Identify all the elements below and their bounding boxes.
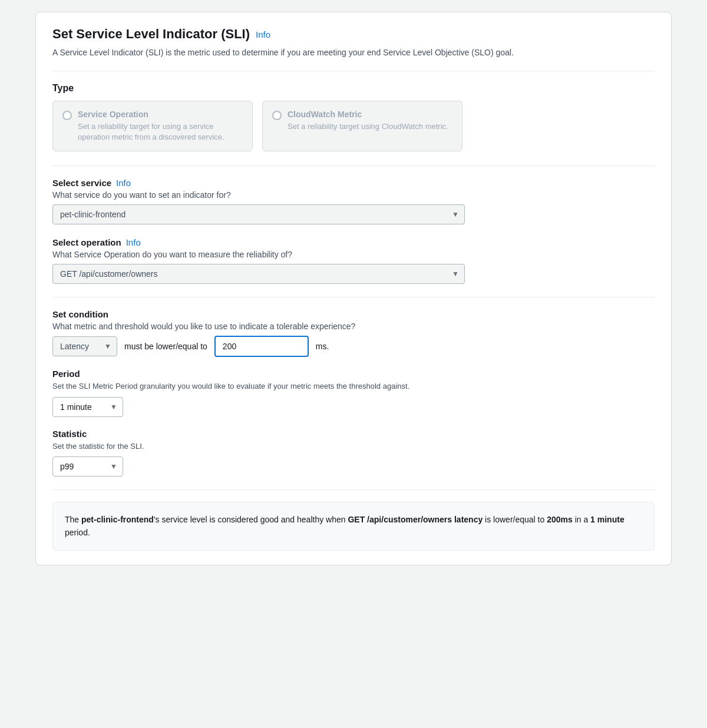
radio-cloudwatch[interactable] — [272, 111, 282, 120]
select-service-label-row: Select service Info — [52, 178, 655, 188]
latency-dropdown[interactable]: Latency — [52, 336, 117, 356]
statistic-dropdown[interactable]: p99 p95 p90 p50 avg — [52, 456, 123, 476]
select-operation-label-row: Select operation Info — [52, 237, 655, 247]
summary-text-before-service: The — [65, 515, 81, 524]
type-card-cloudwatch-desc: Set a reliability target using CloudWatc… — [288, 121, 448, 132]
statistic-section: Statistic Set the statistic for the SLI.… — [52, 429, 655, 476]
type-card-service-operation-title: Service Operation — [78, 110, 243, 119]
select-service-group: Select service Info What service do you … — [52, 178, 655, 224]
select-service-dropdown[interactable]: pet-clinic-frontend — [52, 204, 465, 224]
summary-threshold-pre: is lower/equal to — [483, 515, 547, 524]
select-operation-description: What Service Operation do you want to me… — [52, 250, 655, 259]
select-service-description: What service do you want to set an indic… — [52, 190, 655, 200]
select-operation-dropdown[interactable]: GET /api/customer/owners — [52, 264, 465, 284]
summary-period-pre: in a — [573, 515, 590, 524]
select-service-wrapper: pet-clinic-frontend ▼ — [52, 204, 465, 224]
condition-row: Latency ▼ must be lower/equal to ms. — [52, 336, 655, 357]
type-divider — [52, 166, 655, 166]
statistic-label: Statistic — [52, 429, 655, 439]
operation-divider — [52, 297, 655, 297]
period-label: Period — [52, 369, 655, 379]
select-service-label: Select service — [52, 178, 111, 188]
statistic-description: Set the statistic for the SLI. — [52, 441, 655, 452]
set-condition-label-row: Set condition — [52, 309, 655, 319]
type-card-cloudwatch[interactable]: CloudWatch Metric Set a reliability targ… — [262, 101, 462, 151]
summary-text-mid: 's service level is considered good and … — [154, 515, 348, 524]
summary-metric: latency — [454, 515, 483, 524]
type-cards: Service Operation Set a reliability targ… — [52, 101, 655, 151]
period-description: Set the SLI Metric Period granularity yo… — [52, 381, 655, 392]
latency-select-wrapper: Latency ▼ — [52, 336, 117, 356]
type-card-cloudwatch-title: CloudWatch Metric — [288, 110, 448, 119]
page-title-row: Set Service Level Indicator (SLI) Info — [52, 27, 655, 42]
unit-label: ms. — [316, 342, 329, 351]
set-condition-group: Set condition What metric and threshold … — [52, 309, 655, 476]
condition-operator-text: must be lower/equal to — [124, 342, 207, 351]
type-section: Type Service Operation Set a reliability… — [52, 83, 655, 151]
summary-threshold: 200ms — [547, 515, 573, 524]
set-condition-label: Set condition — [52, 309, 108, 319]
threshold-input[interactable] — [214, 336, 309, 357]
summary-end: period. — [65, 528, 90, 537]
page-header: Set Service Level Indicator (SLI) Info A… — [52, 27, 655, 59]
condition-divider — [52, 489, 655, 490]
period-select-wrapper: 1 minute 5 minutes 10 minutes 30 minutes… — [52, 397, 123, 417]
period-section: Period Set the SLI Metric Period granula… — [52, 369, 655, 416]
select-service-info-link[interactable]: Info — [116, 178, 131, 188]
type-card-service-operation-content: Service Operation Set a reliability targ… — [78, 110, 243, 143]
radio-service-operation[interactable] — [62, 111, 72, 120]
period-dropdown[interactable]: 1 minute 5 minutes 10 minutes 30 minutes… — [52, 397, 123, 417]
set-condition-description: What metric and threshold would you like… — [52, 322, 655, 331]
type-section-title: Type — [52, 83, 655, 94]
summary-operation: GET /api/customer/owners — [348, 515, 452, 524]
summary-footer: The pet-clinic-frontend's service level … — [52, 502, 655, 551]
select-operation-info-link[interactable]: Info — [126, 237, 141, 247]
main-card: Set Service Level Indicator (SLI) Info A… — [35, 12, 672, 565]
statistic-select-wrapper: p99 p95 p90 p50 avg ▼ — [52, 456, 123, 476]
summary-period: 1 minute — [590, 515, 625, 524]
header-divider — [52, 71, 655, 71]
select-operation-label: Select operation — [52, 237, 121, 247]
type-card-service-operation-desc: Set a reliability target for using a ser… — [78, 121, 243, 143]
page-info-link[interactable]: Info — [256, 29, 270, 39]
select-operation-wrapper: GET /api/customer/owners ▼ — [52, 264, 465, 284]
type-card-cloudwatch-content: CloudWatch Metric Set a reliability targ… — [288, 110, 448, 132]
summary-service-name: pet-clinic-frontend — [81, 515, 154, 524]
type-card-service-operation[interactable]: Service Operation Set a reliability targ… — [52, 101, 253, 151]
page-description: A Service Level Indicator (SLI) is the m… — [52, 47, 655, 59]
select-operation-group: Select operation Info What Service Opera… — [52, 237, 655, 284]
page-title: Set Service Level Indicator (SLI) — [52, 27, 250, 42]
